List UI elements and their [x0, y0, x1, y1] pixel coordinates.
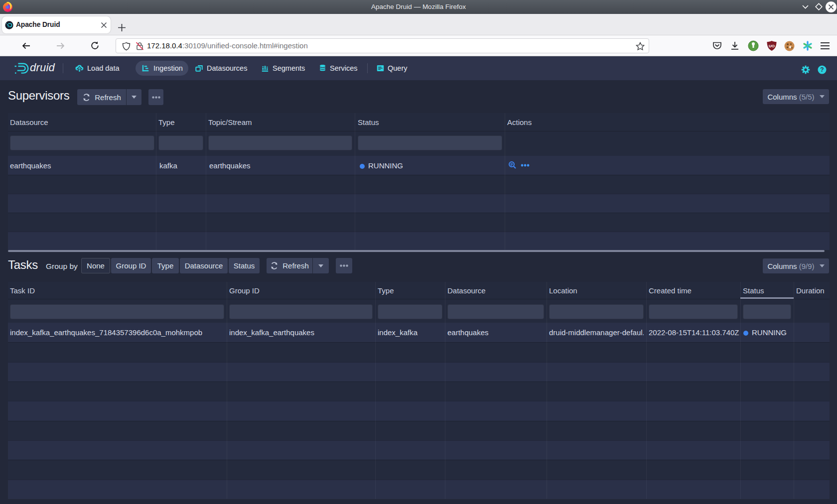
svg-text:UO: UO	[769, 44, 775, 48]
svg-text:?: ?	[820, 66, 824, 73]
